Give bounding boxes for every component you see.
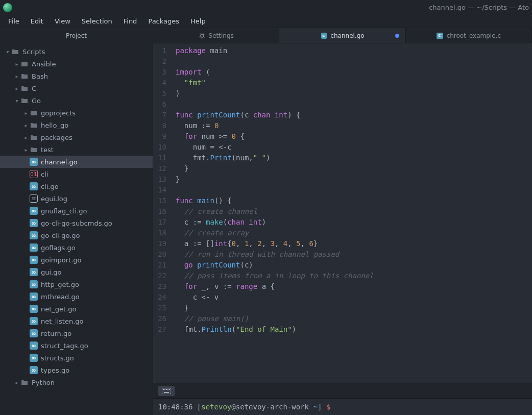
tree-item-goprojects[interactable]: ▸goprojects <box>0 107 153 119</box>
menu-view[interactable]: View <box>50 16 76 27</box>
tree-item-scripts[interactable]: ▾Scripts <box>0 45 153 58</box>
menu-selection[interactable]: Selection <box>77 16 117 27</box>
tree-item-ansible[interactable]: ▸Ansible <box>0 58 153 70</box>
folder-icon <box>30 109 38 117</box>
menu-packages[interactable]: Packages <box>143 16 184 27</box>
editor-pane: Settings∞channel.goCchroot_example.c 123… <box>153 28 532 415</box>
chevron-right-icon: ▸ <box>13 74 20 79</box>
tree-item-struct-tags-go[interactable]: ∞struct_tags.go <box>0 339 153 352</box>
tree-item-packages[interactable]: ▸packages <box>0 131 153 143</box>
go-file-icon: ∞ <box>30 219 38 227</box>
terminal[interactable]: 10:48:36 [setevoy@setevoy-arch-work ~] $ <box>153 399 532 415</box>
tree-item-label: struct_tags.go <box>41 342 88 350</box>
svg-rect-2 <box>162 388 171 394</box>
c-file-icon: C <box>437 32 444 39</box>
folder-icon <box>20 84 29 92</box>
tree-item-channel-go[interactable]: ∞channel.go <box>0 156 153 168</box>
line-gutter: 1234567891011121314151617181920212223242… <box>153 43 171 383</box>
tree-item-label: egui.log <box>41 195 67 203</box>
tree-item-label: Python <box>32 379 55 386</box>
go-file-icon: ∞ <box>30 280 38 288</box>
tree-item-label: http_get.go <box>41 281 79 288</box>
tree-item-label: gnuflag_cli.go <box>41 207 87 215</box>
chevron-right-icon: ▸ <box>22 123 30 128</box>
window-titlebar: channel.go — ~/Scripts — Ato <box>0 0 532 15</box>
menu-file[interactable]: File <box>3 16 25 27</box>
tree-item-return-go[interactable]: ∞return.go <box>0 327 153 339</box>
tree-item-label: Go <box>32 97 41 105</box>
go-file-icon: ∞ <box>30 207 38 215</box>
folder-icon <box>30 145 38 154</box>
tree-item-label: goprojects <box>41 109 76 117</box>
menu-find[interactable]: Find <box>118 16 142 27</box>
tree-item-c[interactable]: ▸C <box>0 82 153 94</box>
keyboard-icon[interactable] <box>158 386 175 396</box>
tree-item-cli-go[interactable]: ∞cli.go <box>0 180 153 192</box>
tree-item-go-cli-go-subcmds-go[interactable]: ∞go-cli-go-subcmds.go <box>0 217 153 229</box>
svg-point-0 <box>201 34 204 37</box>
tab-label: chroot_example.c <box>447 32 501 39</box>
editor[interactable]: 1234567891011121314151617181920212223242… <box>153 43 532 383</box>
tree-item-cli[interactable]: 01cli <box>0 168 153 180</box>
go-file-icon: ∞ <box>30 329 38 337</box>
tree-item-label: return.go <box>41 330 71 337</box>
tab-settings[interactable]: Settings <box>153 28 279 43</box>
folder-icon <box>20 60 29 68</box>
tree-item-test[interactable]: ▸test <box>0 143 153 156</box>
tree-item-http-get-go[interactable]: ∞http_get.go <box>0 278 153 290</box>
go-file-icon: ∞ <box>30 243 38 252</box>
tree-item-structs-go[interactable]: ∞structs.go <box>0 352 153 364</box>
tree-item-types-go[interactable]: ∞types.go <box>0 364 153 376</box>
window-title: channel.go — ~/Scripts — Ato <box>429 4 529 11</box>
tree-item-hello-go[interactable]: ▸hello_go <box>0 119 153 131</box>
binary-file-icon: 01 <box>30 170 38 178</box>
tree-item-label: go-cli-go.go <box>41 232 80 239</box>
tree-item-egui-log[interactable]: ≡egui.log <box>0 192 153 205</box>
menu-bar: FileEditViewSelectionFindPackagesHelp <box>0 15 532 28</box>
terminal-cwd: ~ <box>313 403 317 411</box>
tree-item-label: goflags.go <box>41 244 76 252</box>
tree-item-label: types.go <box>41 367 69 374</box>
modified-indicator-icon <box>395 34 399 38</box>
tree-item-goflags-go[interactable]: ∞goflags.go <box>0 241 153 254</box>
tree-item-label: test <box>41 146 54 154</box>
code-area[interactable]: package main import ( "fmt") func printC… <box>171 43 532 383</box>
menu-edit[interactable]: Edit <box>26 16 49 27</box>
svg-rect-6 <box>167 389 168 390</box>
folder-icon <box>20 96 29 105</box>
tree-item-go-cli-go-go[interactable]: ∞go-cli-go.go <box>0 229 153 241</box>
folder-icon <box>20 378 29 386</box>
tree-item-label: Scripts <box>22 48 45 56</box>
folder-icon <box>30 121 38 129</box>
tree-item-goimport-go[interactable]: ∞goimport.go <box>0 254 153 266</box>
tree-item-go[interactable]: ▾Go <box>0 94 153 107</box>
tree-item-label: Ansible <box>32 60 56 68</box>
go-file-icon: ∞ <box>30 231 38 239</box>
tree-item-mthread-go[interactable]: ∞mthread.go <box>0 290 153 303</box>
chevron-right-icon: ▸ <box>22 147 30 153</box>
go-file-icon: ∞ <box>30 366 38 374</box>
workspace: Project ▾Scripts▸Ansible▸Bash▸C▾Go▸gopro… <box>0 28 532 415</box>
chevron-right-icon: ▸ <box>13 61 20 67</box>
tree-item-net-listen-go[interactable]: ∞net_listen.go <box>0 315 153 327</box>
tab-channel-go[interactable]: ∞channel.go <box>279 28 405 43</box>
go-file-icon: ∞ <box>30 158 38 166</box>
tree-item-gui-go[interactable]: ∞gui.go <box>0 266 153 278</box>
tree-item-python[interactable]: ▸Python <box>0 376 153 388</box>
tab-chroot-example-c[interactable]: Cchroot_example.c <box>406 28 532 43</box>
svg-rect-7 <box>169 389 170 390</box>
tree-item-bash[interactable]: ▸Bash <box>0 70 153 82</box>
terminal-prompt: $ <box>326 403 330 411</box>
tree-item-gnuflag-cli-go[interactable]: ∞gnuflag_cli.go <box>0 205 153 217</box>
go-file-icon: ∞ <box>30 354 38 362</box>
tree-item-label: go-cli-go-subcmds.go <box>41 219 112 227</box>
menu-help[interactable]: Help <box>185 16 211 27</box>
go-file-icon: ∞ <box>30 268 38 276</box>
log-file-icon: ≡ <box>30 194 38 203</box>
svg-rect-8 <box>164 392 169 393</box>
terminal-panel: 10:48:36 [setevoy@setevoy-arch-work ~] $ <box>153 383 532 415</box>
tree-item-net-get-go[interactable]: ∞net_get.go <box>0 303 153 315</box>
tree-item-label: Bash <box>32 72 48 80</box>
tree-item-label: packages <box>41 134 72 141</box>
svg-point-1 <box>199 33 205 38</box>
